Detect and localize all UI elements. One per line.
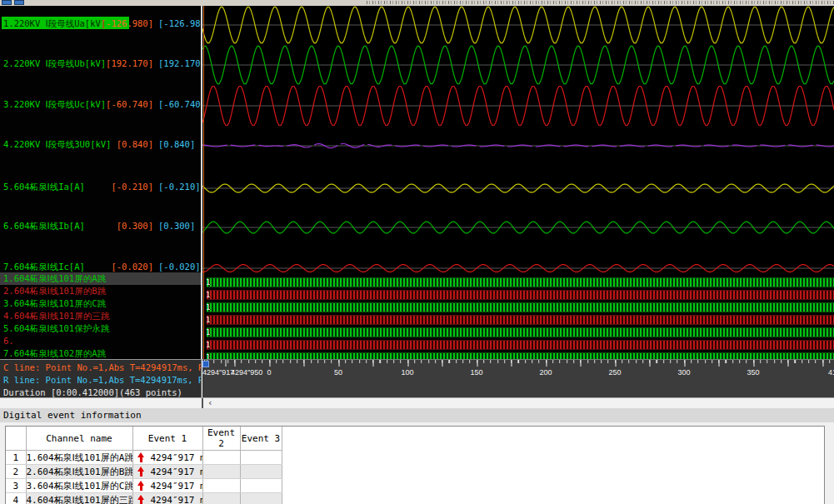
event1-cell: 4294″917 ms [132, 451, 202, 465]
axis-tick-label: 300 [677, 368, 690, 377]
analog-channel-label: 2.220KV Ⅰ段母线Ub[kV] [3, 57, 106, 70]
row-number: 3 [6, 479, 26, 493]
channel-name-cell: 1.604柘泉Ⅰ线101屏的A跳 [26, 451, 132, 465]
digital-channel-row[interactable]: 1.604柘泉Ⅰ线101屏的A跳 [0, 272, 201, 285]
event1-time: 4294″917 ms [151, 481, 203, 492]
axis-tick-label: 150 [470, 368, 482, 377]
digital-signal-bar: 1 [205, 352, 834, 359]
axis-tick-label: 100 [401, 368, 413, 377]
signal-value: 1 [206, 327, 210, 337]
horizontal-scrollbar[interactable]: ‹ [0, 397, 834, 408]
event2-cell [202, 465, 240, 479]
axis-tick-label: 4294″917 [202, 368, 234, 377]
event-table-row[interactable]: 11.604柘泉Ⅰ线101屏的A跳4294″917 ms [6, 451, 824, 465]
axis-tick-label: 200 [539, 368, 552, 377]
digital-signal-bar: 1 [205, 315, 834, 325]
signal-value: 1 [206, 352, 210, 359]
event1-cell: 4294″917 ms [132, 479, 202, 493]
event2-cell [202, 479, 240, 493]
major-ticks [202, 360, 834, 367]
cursor-value-c: [-60.740] [98, 98, 153, 111]
cursor-value-r: [-60.740] [158, 98, 201, 111]
digital-channel-label: 5.604柘泉Ⅰ线101保护永跳 [3, 322, 109, 335]
analog-channel-label: 4.220KV Ⅰ段母线3U0[kV] [3, 138, 111, 151]
toolbar-strip [0, 0, 834, 6]
rising-edge-icon [137, 495, 145, 504]
analog-channel-row[interactable]: 3.220KV Ⅰ段母线Uc[kV][-60.740][-60.740] [0, 98, 201, 111]
cursor-line[interactable] [203, 6, 204, 359]
analog-channel-label: 6.604柘泉Ⅰ线Ib[A] [3, 220, 85, 232]
analog-channel-row[interactable]: 2.220KV Ⅰ段母线Ub[kV][192.170][192.170] [0, 57, 201, 70]
digital-signal-bar: 1 [205, 340, 834, 350]
duration-status: Duration [0:00.412000](463 points) [3, 387, 182, 397]
digital-channel-label: 3.604柘泉Ⅰ线101屏的C跳 [3, 297, 106, 310]
row-number: 1 [6, 451, 26, 465]
digital-signal-bar: 1 [205, 277, 834, 287]
event-table-panel: Channel nameEvent 1Event 2Event 3 11.604… [5, 426, 825, 504]
event1-time: 4294″917 ms [151, 467, 203, 477]
event1-cell: 4294″917 ms [132, 493, 202, 504]
table-filler [282, 465, 824, 479]
digital-channel-label: 2.604柘泉Ⅰ线101屏的B跳 [3, 285, 106, 297]
digital-channel-row[interactable]: 2.604柘泉Ⅰ线101屏的B跳 [0, 285, 201, 297]
event3-cell [240, 493, 282, 504]
cursor-value-c: [-126.980] [98, 17, 153, 30]
event-table-row[interactable]: 33.604柘泉Ⅰ线101屏的C跳4294″917 ms [6, 479, 824, 493]
cursor-status-panel: C line: Point No.=1,Abs T=4294917ms, Rel… [0, 359, 202, 397]
digital-trace-area[interactable]: 1111111 [202, 272, 834, 359]
cursor-value-r: [-0.210] [158, 181, 201, 193]
event2-cell [202, 451, 240, 465]
analog-channel-row[interactable]: 6.604柘泉Ⅰ线Ib[A][0.300][0.300] [0, 220, 201, 232]
axis-tick-label: 410 [828, 368, 834, 377]
table-filler [282, 493, 824, 504]
channel-list-panel: 1.220KV Ⅰ段母线Ua[kV][-126.980][-126.980]2.… [0, 6, 201, 359]
event-table-row[interactable]: 22.604柘泉Ⅰ线101屏的B跳4294″917 ms [6, 465, 824, 479]
event-table-row[interactable]: 44.604柘泉Ⅰ线101屏的三跳4294″917 ms [6, 493, 824, 504]
signal-bar-hatch [207, 327, 834, 337]
axis-tick-label: 250 [608, 368, 621, 377]
analog-waveform-area[interactable] [202, 6, 834, 272]
digital-channel-row[interactable]: 4.604柘泉Ⅰ线101屏的三跳 [0, 310, 201, 322]
time-axis[interactable]: 4294″9174294″950050100150200250300350410 [202, 359, 834, 397]
fault-recorder-window: 1.220KV Ⅰ段母线Ua[kV][-126.980][-126.980]2.… [0, 0, 834, 504]
analog-channel-label: 7.604柘泉Ⅰ线Ic[A] [3, 261, 85, 273]
axis-tick-label: 350 [747, 368, 759, 377]
event1-cell: 4294″917 ms [132, 465, 202, 479]
rising-edge-icon [137, 467, 145, 477]
r-cursor-status: R line: Point No.=1,Abs T=4294917ms, Rel… [3, 375, 202, 385]
row-number: 4 [6, 493, 26, 504]
toolbar-button-icon[interactable] [14, 0, 24, 5]
event-info-bar: Digital event information [0, 408, 834, 422]
digital-channel-row[interactable]: 3.604柘泉Ⅰ线101屏的C跳 [0, 297, 201, 310]
toolbar-button-icon[interactable] [2, 0, 12, 5]
analog-channel-label: 5.604柘泉Ⅰ线Ia[A] [3, 181, 85, 193]
signal-value: 1 [206, 302, 210, 312]
row-number-header [6, 427, 26, 451]
row-number: 2 [6, 465, 26, 479]
cursor-marker-icon[interactable] [202, 361, 209, 367]
channel-name-cell: 4.604柘泉Ⅰ线101屏的三跳 [26, 493, 132, 504]
event2-cell [202, 493, 240, 504]
clipped-title-text [367, 1, 834, 4]
signal-bar-hatch [207, 340, 834, 350]
digital-channel-label: 6. [3, 335, 14, 347]
column-header: Event 2 [202, 427, 240, 451]
analog-channel-row[interactable]: 5.604柘泉Ⅰ线Ia[A][-0.210][-0.210] [0, 181, 201, 193]
event-info-title: Digital event information [3, 410, 142, 421]
digital-channel-row[interactable]: 7.604柘泉Ⅰ线102屏的A跳 [0, 347, 201, 359]
cursor-value-r: [-0.020] [158, 261, 201, 273]
digital-signal-bar: 1 [205, 327, 834, 337]
analog-channel-row[interactable]: 1.220KV Ⅰ段母线Ua[kV][-126.980][-126.980] [0, 17, 201, 30]
analog-channel-row[interactable]: 7.604柘泉Ⅰ线Ic[A][-0.020][-0.020] [0, 261, 201, 273]
digital-signal-bar: 1 [205, 302, 834, 312]
c-cursor-status: C line: Point No.=1,Abs T=4294917ms, Rel… [3, 362, 202, 372]
event1-time: 4294″917 ms [151, 452, 203, 463]
digital-channel-row[interactable]: 6. [0, 335, 201, 347]
digital-event-table: Channel nameEvent 1Event 2Event 3 11.604… [6, 427, 824, 504]
digital-channel-row[interactable]: 5.604柘泉Ⅰ线101保护永跳 [0, 322, 201, 335]
cursor-value-c: [-0.020] [98, 261, 153, 273]
scroll-left-icon[interactable]: ‹ [207, 398, 213, 408]
cursor-value-c: [-0.210] [98, 181, 153, 193]
analog-channel-row[interactable]: 4.220KV Ⅰ段母线3U0[kV][0.840][0.840] [0, 138, 201, 151]
signal-bar-hatch [207, 290, 834, 300]
